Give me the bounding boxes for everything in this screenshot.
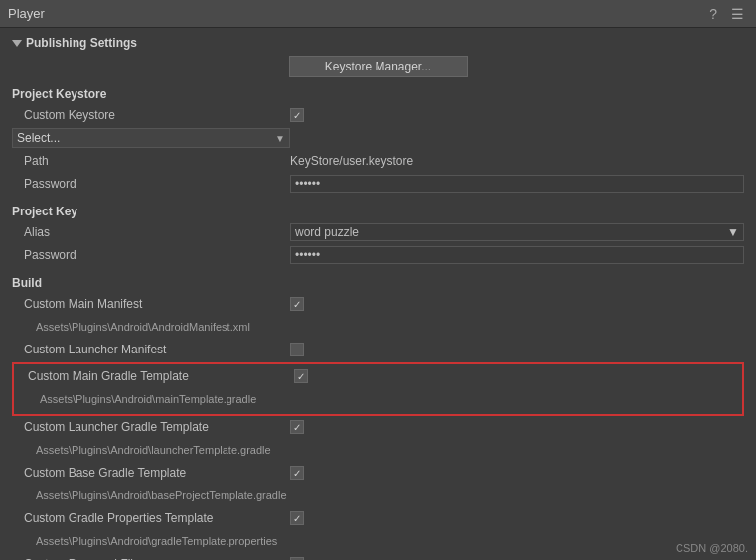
publishing-settings-header: Publishing Settings [12, 36, 744, 50]
keystore-manager-button[interactable]: Keystore Manager... [289, 56, 468, 77]
publishing-settings-title: Publishing Settings [26, 36, 137, 50]
help-button[interactable]: ? [705, 4, 721, 24]
custom-main-gradle-path-row: Assets\Plugins\Android\mainTemplate.grad… [16, 389, 740, 409]
title-bar-right: ? ☰ [705, 4, 748, 24]
custom-launcher-manifest-label: Custom Launcher Manifest [12, 343, 290, 356]
path-label: Path [12, 154, 290, 168]
custom-launcher-gradle-row: Custom Launcher Gradle Template [12, 417, 744, 437]
custom-base-gradle-path-row: Assets\Plugins\Android\baseProjectTempla… [12, 486, 744, 505]
custom-launcher-manifest-section: Custom Launcher Manifest [12, 340, 744, 359]
custom-launcher-gradle-section: Custom Launcher Gradle Template Assets\P… [12, 417, 744, 460]
custom-base-gradle-row: Custom Base Gradle Template [12, 463, 744, 483]
custom-main-gradle-checkbox[interactable] [294, 369, 308, 383]
custom-keystore-checkbox[interactable] [290, 108, 304, 122]
custom-main-manifest-checkbox[interactable] [290, 297, 304, 311]
project-key-label: Project Key [12, 205, 744, 218]
custom-launcher-gradle-path-row: Assets\Plugins\Android\launcherTemplate.… [12, 440, 744, 460]
custom-main-gradle-highlighted: Custom Main Gradle Template Assets\Plugi… [12, 362, 744, 416]
custom-proguard-section: Custom Proguard File [12, 554, 744, 560]
build-label: Build [12, 276, 744, 290]
main-content: Publishing Settings Keystore Manager... … [0, 28, 756, 560]
keystore-password-input[interactable] [290, 175, 744, 193]
menu-button[interactable]: ☰ [727, 4, 748, 24]
custom-main-manifest-row: Custom Main Manifest [12, 294, 744, 314]
custom-base-gradle-path: Assets\Plugins\Android\baseProjectTempla… [12, 490, 290, 501]
custom-keystore-label: Custom Keystore [12, 108, 290, 122]
key-password-input[interactable] [290, 246, 744, 264]
alias-value: word puzzle [295, 225, 359, 239]
keystore-password-row: Password [12, 174, 744, 194]
alias-dropdown-arrow-icon: ▼ [727, 225, 739, 239]
custom-main-manifest-label: Custom Main Manifest [12, 297, 290, 311]
key-password-label: Password [12, 248, 290, 262]
window-title: Player [8, 6, 45, 21]
key-password-row: Password [12, 245, 744, 265]
custom-gradle-props-path-row: Assets\Plugins\Android\gradleTemplate.pr… [12, 531, 744, 551]
custom-gradle-props-checkbox[interactable] [290, 511, 304, 525]
custom-gradle-props-label: Custom Gradle Properties Template [12, 511, 290, 525]
path-value: KeyStore/user.keystore [290, 154, 413, 168]
path-row: Path KeyStore/user.keystore [12, 151, 744, 171]
keystore-select-value: Select... [17, 131, 60, 145]
project-keystore-label: Project Keystore [12, 87, 744, 101]
custom-gradle-props-section: Custom Gradle Properties Template Assets… [12, 508, 744, 551]
custom-main-gradle-label: Custom Main Gradle Template [16, 369, 294, 383]
title-bar-left: Player [8, 6, 45, 21]
custom-launcher-manifest-row: Custom Launcher Manifest [12, 340, 744, 359]
custom-main-gradle-path: Assets\Plugins\Android\mainTemplate.grad… [16, 393, 294, 405]
custom-main-manifest-path-row: Assets\Plugins\Android\AndroidManifest.x… [12, 317, 744, 337]
alias-label: Alias [12, 225, 290, 239]
title-bar: Player ? ☰ [0, 0, 756, 28]
custom-gradle-props-row: Custom Gradle Properties Template [12, 508, 744, 528]
watermark: CSDN @2080. [676, 542, 748, 554]
select-dropdown-arrow-icon: ▼ [275, 133, 285, 144]
keystore-password-label: Password [12, 177, 290, 191]
custom-main-manifest-path: Assets\Plugins\Android\AndroidManifest.x… [12, 321, 290, 333]
custom-keystore-row: Custom Keystore [12, 105, 744, 125]
collapse-triangle-icon[interactable] [12, 40, 22, 47]
keystore-select-dropdown[interactable]: Select... ▼ [12, 128, 290, 148]
custom-gradle-props-path: Assets\Plugins\Android\gradleTemplate.pr… [12, 535, 290, 547]
alias-select[interactable]: word puzzle ▼ [290, 223, 744, 241]
custom-base-gradle-label: Custom Base Gradle Template [12, 466, 290, 480]
custom-launcher-gradle-label: Custom Launcher Gradle Template [12, 420, 290, 434]
custom-launcher-gradle-checkbox[interactable] [290, 420, 304, 434]
custom-launcher-manifest-checkbox[interactable] [290, 343, 304, 356]
custom-base-gradle-section: Custom Base Gradle Template Assets\Plugi… [12, 463, 744, 505]
custom-proguard-row: Custom Proguard File [12, 554, 744, 560]
custom-main-gradle-row: Custom Main Gradle Template [16, 366, 740, 386]
custom-main-manifest-section: Custom Main Manifest Assets\Plugins\Andr… [12, 294, 744, 337]
alias-row: Alias word puzzle ▼ [12, 222, 744, 242]
custom-launcher-gradle-path: Assets\Plugins\Android\launcherTemplate.… [12, 444, 290, 456]
custom-base-gradle-checkbox[interactable] [290, 466, 304, 480]
